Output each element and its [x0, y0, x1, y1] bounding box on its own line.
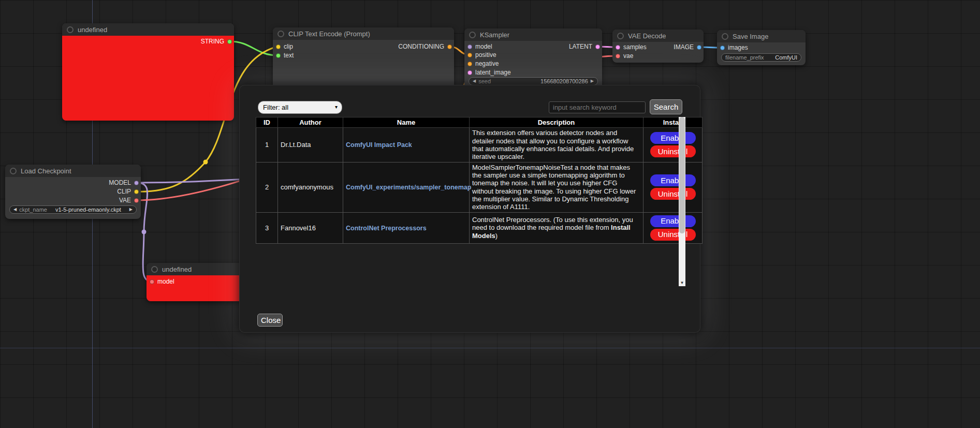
cell-id: 1	[256, 128, 278, 162]
slot-dot[interactable]	[447, 45, 452, 49]
link-midpoint-dot[interactable]	[203, 160, 208, 165]
input-slot-model: model	[467, 42, 492, 51]
header-id: ID	[256, 117, 278, 128]
input-slot-positive: positive	[467, 51, 496, 59]
collapse-dot[interactable]	[151, 266, 158, 273]
node-load-checkpoint[interactable]: Load Checkpoint MODEL CLIP VAE ◀ ckpt_na…	[5, 165, 141, 219]
extension-datagrid: ID Author Name Description Install 1Dr.L…	[256, 117, 685, 286]
node-header[interactable]: CLIP Text Encode (Prompt)	[273, 27, 454, 40]
slot-label: model	[157, 278, 174, 285]
slot-dot[interactable]	[616, 45, 620, 50]
slot-label: CONDITIONING	[398, 43, 444, 50]
widget-value: 156680208700286	[540, 78, 588, 84]
node-title: undefined	[162, 265, 192, 273]
slot-dot[interactable]	[467, 53, 472, 57]
slot-dot[interactable]	[134, 198, 139, 203]
node-save-image[interactable]: Save Image images filename_prefix ComfyU…	[717, 30, 806, 65]
output-slot-conditioning: CONDITIONING	[398, 42, 452, 51]
slot-dot[interactable]	[227, 39, 232, 44]
slot-dot[interactable]	[467, 70, 472, 75]
close-button[interactable]: Close	[257, 314, 283, 327]
header-description: Description	[470, 117, 643, 128]
arrow-down-icon: ▼	[680, 281, 684, 285]
slot-label: samples	[623, 43, 647, 51]
slot-dot[interactable]	[276, 45, 281, 49]
slot-dot[interactable]	[720, 46, 725, 50]
cell-author: comfyanonymous	[278, 162, 343, 212]
node-title: VAE Decode	[628, 32, 666, 40]
previous-arrow-icon[interactable]: ◀	[13, 208, 17, 212]
cell-name: ComfyUI_experiments/sampler_tonemap	[343, 162, 470, 212]
uninstall-button[interactable]: Uninstall	[650, 188, 696, 200]
slot-label: positive	[475, 51, 496, 58]
extension-table: ID Author Name Description Install 1Dr.L…	[256, 117, 703, 244]
input-slot-samples: samples	[616, 43, 647, 51]
collapse-dot[interactable]	[10, 168, 17, 174]
slot-label: latent_image	[475, 69, 511, 76]
output-slot-latent: LATENT	[569, 42, 600, 51]
manager-dialog: Filter: all ▾ Search ID Author Name Desc…	[239, 85, 700, 333]
node-header[interactable]: undefined	[62, 23, 234, 36]
widget-label: ckpt_name	[19, 206, 47, 213]
slot-dot[interactable]	[467, 62, 472, 66]
scroll-down-button[interactable]: ▼	[679, 279, 685, 286]
slot-label: CLIP	[117, 188, 131, 195]
widget-value: ComfyUI	[775, 54, 797, 61]
uninstall-button[interactable]: Uninstall	[650, 229, 696, 241]
input-slot-negative: negative	[467, 60, 499, 68]
uninstall-button[interactable]: Uninstall	[650, 145, 696, 157]
slot-dot[interactable]	[276, 53, 281, 58]
input-slot-latent-image: latent_image	[467, 68, 511, 77]
slot-label: text	[284, 52, 294, 59]
filter-select-wrap: Filter: all ▾	[258, 101, 342, 114]
scrollbar-thumb[interactable]	[679, 117, 685, 233]
slot-label: model	[475, 43, 492, 50]
slot-dot[interactable]	[467, 45, 472, 49]
node-vae-decode[interactable]: VAE Decode samples vae IMAGE	[612, 29, 704, 63]
widget-label: filename_prefix	[725, 54, 764, 61]
enable-button[interactable]: Enable	[650, 132, 696, 144]
extension-link[interactable]: ComfyUI Impact Pack	[346, 141, 412, 149]
decrement-arrow-icon[interactable]: ◀	[473, 79, 476, 83]
collapse-dot[interactable]	[277, 31, 284, 37]
table-scrollbar[interactable]: ▼	[679, 117, 685, 286]
enable-button[interactable]: Enable	[650, 174, 696, 186]
input-slot-images: images	[720, 43, 748, 52]
extension-link[interactable]: ControlNet Preprocessors	[346, 225, 427, 232]
filename-prefix-widget[interactable]: filename_prefix ComfyUI	[721, 53, 801, 62]
seed-widget[interactable]: ◀ seed 156680208700286 ▶	[469, 77, 598, 85]
cell-name: ComfyUI Impact Pack	[343, 128, 470, 162]
extension-table-body: 1Dr.Lt.DataComfyUI Impact PackThis exten…	[256, 128, 703, 243]
table-header-row: ID Author Name Description Install	[256, 117, 703, 128]
collapse-dot[interactable]	[722, 33, 728, 40]
increment-arrow-icon[interactable]: ▶	[591, 79, 594, 83]
slot-label: LATENT	[569, 43, 592, 50]
slot-dot[interactable]	[150, 279, 154, 284]
cell-install: EnableUninstall	[643, 128, 703, 162]
slot-dot[interactable]	[616, 54, 620, 58]
slot-dot[interactable]	[134, 181, 139, 185]
node-header[interactable]: VAE Decode	[612, 29, 704, 42]
slot-dot[interactable]	[697, 45, 701, 50]
search-button[interactable]: Search	[650, 99, 682, 114]
slot-dot[interactable]	[134, 189, 139, 194]
search-input[interactable]	[549, 101, 646, 113]
node-undefined-top[interactable]: undefined STRING	[62, 23, 234, 121]
collapse-dot[interactable]	[469, 32, 476, 38]
cell-id: 3	[256, 212, 278, 243]
slot-dot[interactable]	[595, 45, 600, 49]
next-arrow-icon[interactable]: ▶	[129, 208, 133, 212]
node-title: undefined	[78, 26, 107, 34]
filter-select[interactable]: Filter: all	[258, 101, 342, 114]
ckpt-name-widget[interactable]: ◀ ckpt_name v1-5-pruned-emaonly.ckpt ▶	[9, 205, 137, 214]
node-header[interactable]: Load Checkpoint	[5, 165, 141, 177]
header-name: Name	[343, 117, 470, 128]
node-header[interactable]: KSampler	[464, 28, 602, 41]
link-midpoint-dot[interactable]	[142, 230, 147, 234]
collapse-dot[interactable]	[617, 33, 624, 39]
extension-link[interactable]: ComfyUI_experiments/sampler_tonemap	[346, 184, 471, 191]
slot-label: clip	[284, 43, 293, 50]
node-header[interactable]: Save Image	[717, 30, 806, 42]
collapse-dot[interactable]	[67, 26, 74, 33]
enable-button[interactable]: Enable	[650, 215, 696, 227]
